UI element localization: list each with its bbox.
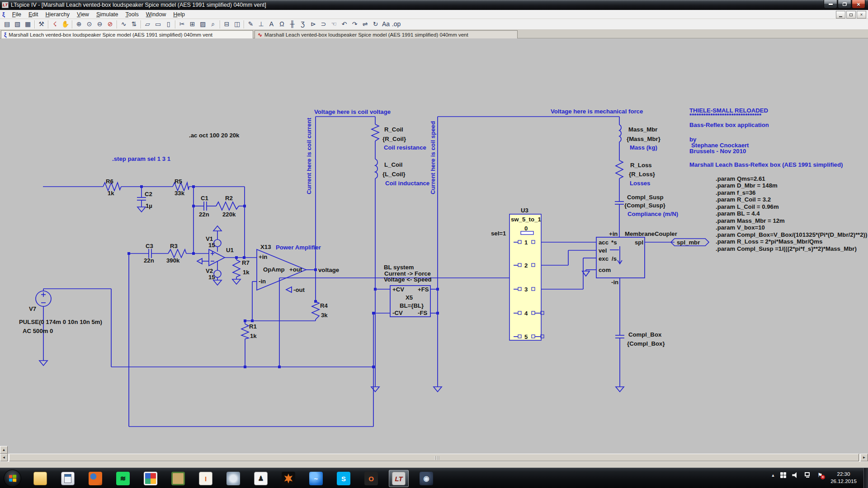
tray-windows-icon[interactable]	[780, 472, 787, 479]
find-icon[interactable]: ⌕	[208, 19, 218, 29]
zoom-in-icon[interactable]: ⊕	[74, 19, 84, 29]
tray-expand-icon[interactable]: ▲	[771, 473, 775, 478]
spice-directive-icon[interactable]: .op	[391, 19, 401, 29]
show-desktop-button[interactable]	[863, 468, 868, 488]
run-icon[interactable]: ☇	[50, 19, 60, 29]
component-X5[interactable]: BL system Current -> Force Voltage <- Sp…	[384, 264, 432, 317]
component-Compl_Box[interactable]: Compl_Box {Compl_Box}	[615, 331, 665, 347]
action-center-icon[interactable]: ⚑×	[817, 472, 823, 479]
restore-button[interactable]	[838, 0, 851, 9]
component-Compl_Susp[interactable]: Compl_Susp {Compl_Susp} Compliance (m/N)	[615, 194, 678, 217]
net-label-icon[interactable]: A	[266, 19, 277, 29]
taskbar-skype[interactable]: S	[334, 470, 354, 487]
component-V7[interactable]: V7 PULSE(0 174m 0 10n 10n 5m) AC 500m 0	[19, 291, 102, 334]
component-V1[interactable]: V1 15	[206, 235, 221, 249]
component-R_Coil[interactable]: R_Coil {R_Coil} Coil resistance	[372, 124, 426, 151]
taskbar-steam[interactable]: ◉	[416, 470, 436, 487]
taskbar-spotify[interactable]: ≋	[113, 470, 133, 487]
cascade-windows-icon[interactable]: ▱	[142, 19, 153, 29]
paste-icon[interactable]: ▨	[198, 19, 208, 29]
copy-icon[interactable]: ⊞	[187, 19, 198, 29]
rotate-icon[interactable]: ↻	[370, 19, 381, 29]
net-label-voltage[interactable]: voltage	[318, 267, 339, 273]
menu-edit[interactable]: Edit	[25, 10, 42, 19]
minimize-button[interactable]	[824, 0, 837, 9]
schematic-canvas[interactable]: V7 PULSE(0 174m 0 10n 10n 5m) AC 500m 0 …	[0, 38, 868, 454]
scroll-right-button[interactable]: ►	[860, 454, 868, 461]
component-R5[interactable]: R5 33k	[173, 178, 189, 197]
component-U3[interactable]: U3 sw_5_to_1 0 sel=1 1 2 3 4 5	[491, 207, 544, 340]
net-flag-spl_mbr[interactable]: spl_mbr	[671, 239, 709, 246]
undo-icon[interactable]: ↶	[339, 19, 349, 29]
component-R3[interactable]: R3 390k	[166, 243, 186, 264]
component-X13[interactable]: X13 Power Amplifier +in OpAmp +out -in -…	[257, 244, 321, 293]
taskbar-inventor[interactable]: I	[196, 470, 216, 487]
wire-icon[interactable]: ✎	[245, 19, 256, 29]
capacitor-icon[interactable]: ╫	[287, 19, 297, 29]
control-panel-icon[interactable]: ⚒	[36, 19, 47, 29]
print-icon[interactable]: ⊟	[222, 19, 232, 29]
tile-vertical-icon[interactable]: ▯	[163, 19, 174, 29]
text-icon[interactable]: Aa	[381, 19, 391, 29]
taskbar-person-photo[interactable]: ♟	[251, 470, 271, 487]
menu-view[interactable]: View	[73, 10, 93, 19]
autorange-icon[interactable]: ⇅	[129, 19, 139, 29]
component-R2[interactable]: R2 220k	[216, 195, 239, 218]
taskbar-paint[interactable]	[141, 470, 160, 487]
open-icon[interactable]: ▧	[12, 19, 23, 29]
new-schematic-icon[interactable]: ▤	[2, 19, 12, 29]
print-preview-icon[interactable]: ◫	[232, 19, 242, 29]
resistor-icon[interactable]: Ω	[277, 19, 287, 29]
taskbar-clock[interactable]: 22:30 26.12.2015	[826, 470, 862, 485]
menu-tools[interactable]: Tools	[122, 10, 142, 19]
param-block[interactable]: .param Qms=2.61 .param D_Mbr = 148m .par…	[716, 175, 867, 252]
directive-step[interactable]: .step param sel 1 3 1	[112, 155, 170, 162]
halt-icon[interactable]: ✋	[60, 19, 71, 29]
menu-simulate[interactable]: Simulate	[93, 10, 122, 19]
child-close-button[interactable]: ×	[857, 11, 866, 19]
zoom-out-icon[interactable]: ⊖	[94, 19, 105, 29]
taskbar-image-viewer[interactable]	[168, 470, 188, 487]
directive-ac[interactable]: .ac oct 100 20 20k	[189, 132, 240, 139]
component-C2[interactable]: C2 1µ	[137, 191, 152, 209]
taskbar-media-player[interactable]	[223, 470, 243, 487]
taskbar-firefox[interactable]	[85, 470, 105, 487]
component-R_Loss[interactable]: R_Loss {R_Loss} Losses	[616, 160, 655, 187]
taskbar-file-explorer[interactable]	[30, 470, 50, 487]
close-button[interactable]: ×	[852, 0, 865, 9]
component-icon[interactable]: ⊃	[318, 19, 329, 29]
inductor-icon[interactable]: Ʒ	[297, 19, 308, 29]
taskbar-calculator[interactable]	[58, 470, 78, 487]
horizontal-scrollbar[interactable]: ◄ ►	[0, 454, 868, 461]
redo-icon[interactable]: ↷	[349, 19, 360, 29]
diode-icon[interactable]: ⊳	[308, 19, 318, 29]
ground-icon[interactable]: ⊥	[256, 19, 266, 29]
move-icon[interactable]: ☜	[329, 19, 339, 29]
waveform-icon[interactable]: ∿	[118, 19, 129, 29]
zoom-extents-icon[interactable]: ⊙	[84, 19, 94, 29]
component-R6[interactable]: R6 1k	[103, 178, 121, 197]
network-icon[interactable]	[805, 472, 812, 478]
cut-icon[interactable]: ✂	[177, 19, 187, 29]
component-U1[interactable]: U1	[209, 247, 234, 266]
component-V2[interactable]: V2 15	[206, 267, 221, 281]
component-R7[interactable]: R7 1k	[233, 259, 250, 277]
taskbar-thunderbird[interactable]: ~	[306, 470, 326, 487]
menu-file[interactable]: File	[9, 10, 25, 19]
tab-waveform[interactable]: ∿ Marshall Leach vented-box loudspeaker …	[255, 30, 518, 38]
child-minimize-button[interactable]	[836, 11, 845, 19]
scroll-up-button[interactable]: ▲	[0, 446, 8, 454]
component-R4[interactable]: R4 3k	[312, 301, 328, 319]
tile-horizontal-icon[interactable]: ▭	[153, 19, 163, 29]
component-R1[interactable]: R1 1k	[241, 323, 257, 339]
save-icon[interactable]: ▦	[23, 19, 33, 29]
taskbar-origin[interactable]: O	[361, 470, 381, 487]
menu-hierarchy[interactable]: Hierarchy	[42, 10, 74, 19]
child-restore-button[interactable]	[846, 11, 856, 19]
menu-help[interactable]: Help	[170, 10, 189, 19]
zoom-back-icon[interactable]: ⊘	[105, 19, 115, 29]
menu-window[interactable]: Window	[142, 10, 170, 19]
component-L_Coil[interactable]: L_Coil {L_Coil} Coil inductance	[375, 159, 429, 187]
component-MembraneCoupler[interactable]: +in MembraneCoupler acc *s vel exc /s co…	[596, 230, 677, 286]
taskbar-ltspice[interactable]: LT	[389, 470, 409, 487]
